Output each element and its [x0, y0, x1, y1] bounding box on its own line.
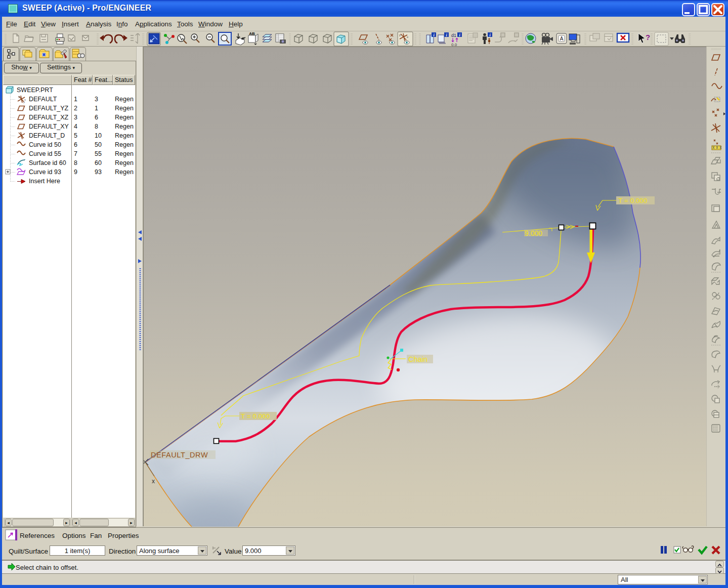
- svg-text:T = 0.000: T = 0.000: [618, 197, 647, 204]
- svg-text:DEFAULT_DRW: DEFAULT_DRW: [151, 451, 208, 459]
- svg-text:Chain: Chain: [408, 355, 427, 363]
- svg-text:d1: d1: [451, 33, 456, 38]
- svg-text:x: x: [152, 478, 155, 485]
- svg-text:T = 0.000: T = 0.000: [241, 412, 270, 420]
- svg-text:y: y: [399, 33, 401, 36]
- svg-text:?: ?: [646, 33, 650, 41]
- svg-text:0.0: 0.0: [451, 43, 457, 47]
- svg-text:x: x: [407, 35, 408, 38]
- svg-text:A: A: [560, 36, 564, 41]
- svg-text:9.000: 9.000: [525, 229, 542, 237]
- svg-text:AB: AB: [249, 31, 255, 36]
